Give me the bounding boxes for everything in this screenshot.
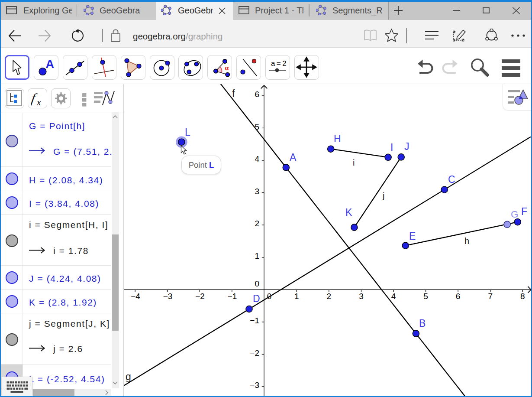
svg-text:f: f bbox=[232, 88, 235, 99]
svg-text:α: α bbox=[225, 64, 229, 71]
svg-text:A: A bbox=[290, 152, 297, 163]
svg-text:−2: −2 bbox=[195, 292, 205, 301]
svg-text:j: j bbox=[382, 191, 384, 200]
svg-text:6: 6 bbox=[456, 292, 461, 301]
svg-text:g: g bbox=[126, 371, 131, 382]
svg-text:B: B bbox=[419, 318, 426, 329]
svg-text:F: F bbox=[521, 206, 527, 217]
svg-text:G = (7.51, 2.: G = (7.51, 2. bbox=[53, 146, 113, 156]
svg-text:2: 2 bbox=[255, 219, 259, 228]
svg-text:H: H bbox=[334, 133, 341, 144]
svg-text:3: 3 bbox=[255, 187, 259, 196]
svg-text:K: K bbox=[345, 207, 352, 218]
svg-text:4: 4 bbox=[391, 292, 396, 301]
svg-text:I: I bbox=[390, 142, 393, 153]
svg-text:−3: −3 bbox=[163, 292, 173, 301]
svg-text:2: 2 bbox=[327, 292, 332, 301]
svg-text:D: D bbox=[253, 293, 260, 304]
svg-text:7: 7 bbox=[488, 292, 493, 301]
svg-text:G: G bbox=[511, 209, 519, 220]
svg-text:1: 1 bbox=[255, 251, 259, 260]
svg-text:1: 1 bbox=[294, 292, 299, 301]
svg-text:i: i bbox=[353, 158, 355, 167]
svg-text:−2: −2 bbox=[250, 348, 259, 358]
svg-text:C: C bbox=[448, 174, 455, 185]
svg-text:x: x bbox=[36, 97, 41, 106]
svg-text:−4: −4 bbox=[131, 292, 140, 301]
svg-text:L: L bbox=[185, 127, 190, 138]
svg-text:0: 0 bbox=[255, 279, 259, 288]
svg-text:A: A bbox=[46, 58, 55, 71]
svg-text:J: J bbox=[404, 141, 409, 152]
svg-text:8: 8 bbox=[520, 292, 525, 301]
svg-text:6: 6 bbox=[255, 90, 259, 99]
svg-text:j = 2.6: j = 2.6 bbox=[53, 344, 83, 354]
svg-text:i = 1.78: i = 1.78 bbox=[53, 246, 89, 256]
svg-text:−1: −1 bbox=[228, 292, 237, 301]
svg-text:5: 5 bbox=[423, 292, 428, 301]
svg-text:h: h bbox=[464, 236, 469, 246]
svg-text:E: E bbox=[409, 231, 416, 242]
svg-text:3: 3 bbox=[359, 292, 364, 301]
svg-text:−1: −1 bbox=[250, 316, 259, 325]
svg-text:4: 4 bbox=[255, 154, 259, 163]
svg-text:a = 2: a = 2 bbox=[271, 59, 287, 68]
svg-text:−3: −3 bbox=[250, 381, 259, 390]
